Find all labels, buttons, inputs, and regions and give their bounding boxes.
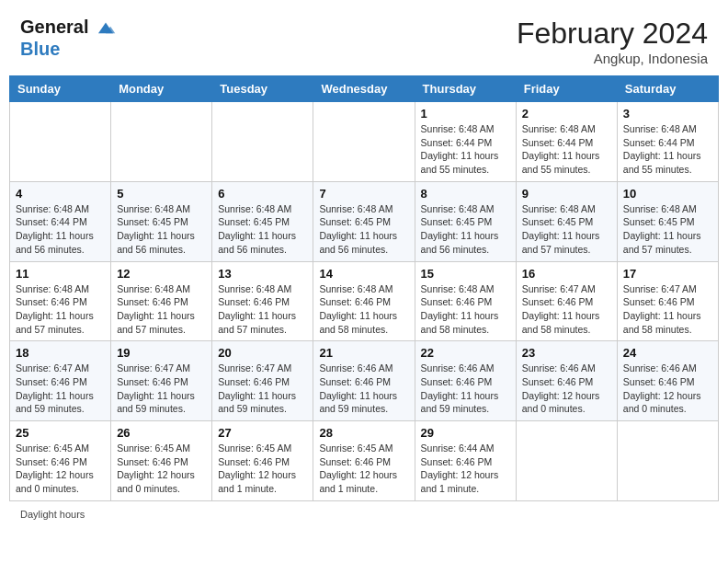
calendar-cell: 18Sunrise: 6:47 AMSunset: 6:46 PMDayligh… (10, 341, 111, 421)
calendar-cell: 26Sunrise: 6:45 AMSunset: 6:46 PMDayligh… (111, 421, 212, 501)
day-number: 19 (117, 346, 206, 360)
logo-icon (96, 18, 116, 39)
day-info: Sunrise: 6:48 AMSunset: 6:44 PMDaylight:… (421, 122, 510, 177)
day-info: Sunrise: 6:48 AMSunset: 6:46 PMDaylight:… (319, 282, 408, 337)
calendar-cell: 5Sunrise: 6:48 AMSunset: 6:45 PMDaylight… (111, 181, 212, 261)
calendar-cell (313, 102, 415, 182)
calendar-cell: 16Sunrise: 6:47 AMSunset: 6:46 PMDayligh… (516, 261, 617, 341)
day-number: 16 (522, 267, 611, 281)
day-number: 27 (218, 426, 307, 440)
calendar-cell: 15Sunrise: 6:48 AMSunset: 6:46 PMDayligh… (415, 261, 516, 341)
calendar-cell: 8Sunrise: 6:48 AMSunset: 6:45 PMDaylight… (415, 181, 516, 261)
day-number: 14 (319, 267, 408, 281)
calendar-day-header: Sunday (10, 76, 111, 102)
day-number: 11 (16, 267, 105, 281)
day-info: Sunrise: 6:47 AMSunset: 6:46 PMDaylight:… (117, 362, 206, 416)
day-info: Sunrise: 6:45 AMSunset: 6:46 PMDaylight:… (218, 442, 307, 496)
day-number: 3 (623, 107, 712, 121)
calendar-day-header: Saturday (617, 76, 718, 102)
day-info: Sunrise: 6:46 AMSunset: 6:46 PMDaylight:… (421, 362, 510, 416)
day-number: 29 (421, 426, 510, 440)
calendar-cell: 3Sunrise: 6:48 AMSunset: 6:44 PMDaylight… (617, 102, 718, 182)
calendar-cell: 28Sunrise: 6:45 AMSunset: 6:46 PMDayligh… (313, 421, 415, 501)
day-number: 20 (218, 346, 307, 360)
title-block: February 2024 Angkup, Indonesia (517, 17, 708, 66)
calendar-cell: 12Sunrise: 6:48 AMSunset: 6:46 PMDayligh… (111, 261, 212, 341)
day-info: Sunrise: 6:46 AMSunset: 6:46 PMDaylight:… (623, 362, 712, 416)
day-number: 13 (218, 267, 307, 281)
footer: Daylight hours (9, 509, 719, 520)
day-number: 17 (623, 267, 712, 281)
calendar-cell: 13Sunrise: 6:48 AMSunset: 6:46 PMDayligh… (212, 261, 313, 341)
day-info: Sunrise: 6:45 AMSunset: 6:46 PMDaylight:… (117, 442, 206, 496)
calendar-cell: 24Sunrise: 6:46 AMSunset: 6:46 PMDayligh… (617, 341, 718, 421)
calendar-cell: 4Sunrise: 6:48 AMSunset: 6:44 PMDaylight… (10, 181, 111, 261)
day-info: Sunrise: 6:48 AMSunset: 6:45 PMDaylight:… (319, 202, 408, 257)
day-info: Sunrise: 6:48 AMSunset: 6:45 PMDaylight:… (117, 202, 206, 257)
day-number: 22 (421, 346, 510, 360)
calendar-week-row: 25Sunrise: 6:45 AMSunset: 6:46 PMDayligh… (10, 421, 719, 501)
calendar-cell (212, 102, 313, 182)
day-info: Sunrise: 6:48 AMSunset: 6:46 PMDaylight:… (218, 282, 307, 337)
day-number: 25 (16, 426, 105, 440)
calendar-cell (10, 102, 111, 182)
calendar-cell: 27Sunrise: 6:45 AMSunset: 6:46 PMDayligh… (212, 421, 313, 501)
calendar-week-row: 11Sunrise: 6:48 AMSunset: 6:46 PMDayligh… (10, 261, 719, 341)
calendar-cell: 2Sunrise: 6:48 AMSunset: 6:44 PMDaylight… (516, 102, 617, 182)
location: Angkup, Indonesia (517, 51, 708, 66)
calendar-cell: 29Sunrise: 6:44 AMSunset: 6:46 PMDayligh… (415, 421, 516, 501)
day-number: 2 (522, 107, 611, 121)
calendar-cell (516, 421, 617, 501)
logo-text: General (20, 17, 116, 39)
calendar-week-row: 4Sunrise: 6:48 AMSunset: 6:44 PMDaylight… (10, 181, 719, 261)
day-info: Sunrise: 6:48 AMSunset: 6:44 PMDaylight:… (16, 202, 105, 257)
day-info: Sunrise: 6:45 AMSunset: 6:46 PMDaylight:… (319, 442, 408, 496)
calendar-cell: 19Sunrise: 6:47 AMSunset: 6:46 PMDayligh… (111, 341, 212, 421)
logo: General Blue (20, 17, 116, 59)
day-info: Sunrise: 6:48 AMSunset: 6:46 PMDaylight:… (16, 282, 105, 337)
day-number: 5 (117, 187, 206, 201)
calendar-week-row: 1Sunrise: 6:48 AMSunset: 6:44 PMDaylight… (10, 102, 719, 182)
day-number: 10 (623, 187, 712, 201)
calendar-cell: 20Sunrise: 6:47 AMSunset: 6:46 PMDayligh… (212, 341, 313, 421)
calendar-header-row: SundayMondayTuesdayWednesdayThursdayFrid… (10, 76, 719, 102)
day-info: Sunrise: 6:48 AMSunset: 6:46 PMDaylight:… (117, 282, 206, 337)
calendar-cell (111, 102, 212, 182)
calendar-cell: 22Sunrise: 6:46 AMSunset: 6:46 PMDayligh… (415, 341, 516, 421)
day-number: 6 (218, 187, 307, 201)
calendar-day-header: Wednesday (313, 76, 415, 102)
day-number: 23 (522, 346, 611, 360)
calendar-cell: 10Sunrise: 6:48 AMSunset: 6:45 PMDayligh… (617, 181, 718, 261)
day-number: 9 (522, 187, 611, 201)
calendar-day-header: Thursday (415, 76, 516, 102)
day-number: 8 (421, 187, 510, 201)
day-number: 4 (16, 187, 105, 201)
day-info: Sunrise: 6:47 AMSunset: 6:46 PMDaylight:… (623, 282, 712, 337)
calendar-cell: 7Sunrise: 6:48 AMSunset: 6:45 PMDaylight… (313, 181, 415, 261)
day-number: 18 (16, 346, 105, 360)
day-number: 21 (319, 346, 408, 360)
day-number: 28 (319, 426, 408, 440)
day-number: 1 (421, 107, 510, 121)
day-info: Sunrise: 6:44 AMSunset: 6:46 PMDaylight:… (421, 442, 510, 496)
day-info: Sunrise: 6:48 AMSunset: 6:45 PMDaylight:… (421, 202, 510, 257)
day-info: Sunrise: 6:47 AMSunset: 6:46 PMDaylight:… (218, 362, 307, 416)
day-number: 24 (623, 346, 712, 360)
calendar-table: SundayMondayTuesdayWednesdayThursdayFrid… (9, 75, 719, 501)
month-year: February 2024 (517, 17, 708, 51)
day-info: Sunrise: 6:48 AMSunset: 6:44 PMDaylight:… (522, 122, 611, 177)
day-info: Sunrise: 6:48 AMSunset: 6:45 PMDaylight:… (623, 202, 712, 257)
day-number: 26 (117, 426, 206, 440)
calendar-cell: 21Sunrise: 6:46 AMSunset: 6:46 PMDayligh… (313, 341, 415, 421)
calendar-week-row: 18Sunrise: 6:47 AMSunset: 6:46 PMDayligh… (10, 341, 719, 421)
calendar-cell: 6Sunrise: 6:48 AMSunset: 6:45 PMDaylight… (212, 181, 313, 261)
day-info: Sunrise: 6:48 AMSunset: 6:44 PMDaylight:… (623, 122, 712, 177)
calendar-cell: 9Sunrise: 6:48 AMSunset: 6:45 PMDaylight… (516, 181, 617, 261)
day-info: Sunrise: 6:47 AMSunset: 6:46 PMDaylight:… (522, 282, 611, 337)
day-info: Sunrise: 6:48 AMSunset: 6:45 PMDaylight:… (522, 202, 611, 257)
calendar-cell: 14Sunrise: 6:48 AMSunset: 6:46 PMDayligh… (313, 261, 415, 341)
calendar-day-header: Friday (516, 76, 617, 102)
logo-blue: Blue (20, 39, 116, 59)
day-info: Sunrise: 6:46 AMSunset: 6:46 PMDaylight:… (522, 362, 611, 416)
calendar-day-header: Tuesday (212, 76, 313, 102)
